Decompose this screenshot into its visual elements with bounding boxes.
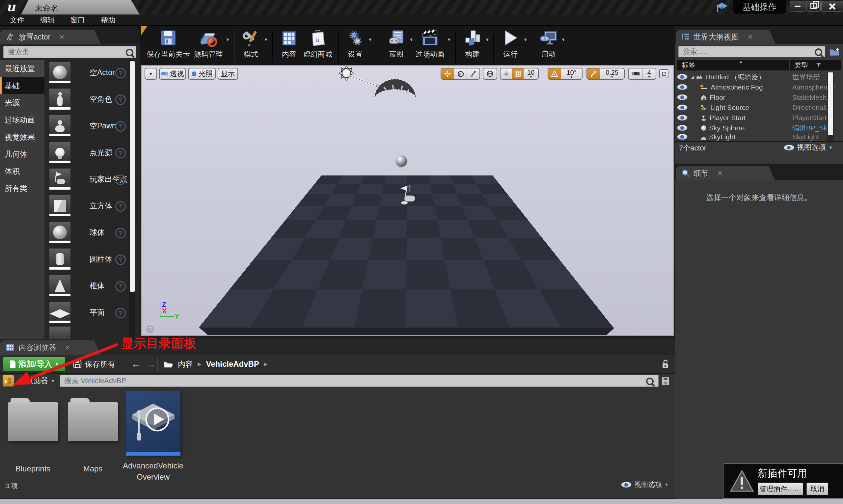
source-control-button[interactable]: 源码管理 (192, 26, 225, 65)
blueprints-dropdown[interactable]: ▼ (409, 37, 414, 42)
manage-plugins-button[interactable]: 管理插件…… (758, 483, 803, 495)
camera-speed-button[interactable] (629, 69, 643, 79)
close-button[interactable] (821, 1, 843, 12)
outliner-row-player-start[interactable]: Player Start PlayerStart (677, 113, 841, 123)
help-icon[interactable]: ? (115, 175, 126, 185)
viewport-help-icon[interactable]: ? (146, 325, 154, 333)
scale-snap-toggle[interactable] (587, 69, 600, 79)
visibility-eye-icon[interactable] (677, 125, 687, 131)
breadcrumb-root[interactable]: 内容 (178, 359, 193, 370)
details-close-icon[interactable]: ✕ (717, 169, 723, 177)
category-basic[interactable]: 基础 (0, 77, 44, 94)
menu-file[interactable]: 文件 (6, 15, 28, 25)
category-geometry[interactable]: 几何体 (0, 145, 44, 163)
breadcrumb-current[interactable]: VehicleAdvBP (206, 359, 259, 369)
marketplace-button[interactable]: u 虚幻商城 (301, 26, 334, 65)
cancel-button[interactable]: 取消 (806, 483, 828, 495)
category-all-classes[interactable]: 所有类 (0, 180, 44, 197)
outliner-row-atmospheric-fog[interactable]: Atmospheric Fog AtmosphericF (677, 82, 841, 92)
list-item-cylinder[interactable]: 圆柱体? (44, 247, 129, 273)
list-item-cone[interactable]: 椎体? (44, 273, 129, 300)
content-button[interactable]: 内容 (277, 26, 301, 65)
column-header-type[interactable]: 类型 (790, 60, 841, 70)
outliner-row-sky-sphere[interactable]: Sky Sphere 编辑BP_Sky (677, 123, 841, 133)
source-control-dropdown[interactable]: ▼ (226, 37, 230, 42)
visibility-eye-icon[interactable] (677, 94, 687, 101)
surface-snap-button[interactable] (501, 69, 512, 79)
category-lights[interactable]: 光源 (0, 94, 44, 111)
save-all-button[interactable]: 保存所有 (73, 357, 115, 371)
rotate-tool-button[interactable] (454, 69, 467, 79)
filters-button[interactable]: 过滤器 ▼ (18, 375, 55, 386)
menu-help[interactable]: 帮助 (97, 15, 119, 25)
new-folder-icon[interactable] (828, 47, 840, 57)
launch-button[interactable]: 启动 (536, 26, 560, 65)
rotation-snap-value-button[interactable]: 10°▼ (561, 69, 582, 79)
asset-advanced-vehicle-overview[interactable] (126, 391, 180, 456)
category-visual-effects[interactable]: 视觉效果 (0, 128, 44, 145)
details-tab[interactable]: i 细节 ✕ (676, 166, 775, 180)
list-item-cube[interactable]: 立方体? (44, 193, 129, 220)
back-button[interactable]: ← (131, 359, 141, 370)
list-item-empty-actor[interactable]: 空Actor? (44, 60, 129, 86)
add-import-button[interactable]: 添加/导入 ▼ (3, 357, 65, 371)
level-tab[interactable]: 未命名 (21, 0, 140, 15)
help-icon[interactable]: ? (115, 148, 126, 158)
outliner-scrollbar[interactable] (827, 72, 834, 143)
outliner-row-world[interactable]: ◢ Untitled （编辑器） 世界场景 (677, 72, 841, 82)
visibility-eye-icon[interactable] (677, 104, 687, 111)
content-search-input[interactable] (60, 375, 659, 387)
cinematics-dropdown[interactable]: ▼ (447, 37, 451, 42)
place-actors-tab[interactable]: 放置actor ✕ (0, 30, 101, 44)
scale-snap-value-button[interactable]: 0.25▼ (600, 69, 624, 79)
expander-icon[interactable]: ◢ (691, 74, 694, 79)
outliner-search-input[interactable] (678, 46, 825, 57)
folder-maps[interactable] (68, 402, 118, 441)
help-icon[interactable]: ? (115, 201, 126, 212)
place-actors-close-icon[interactable]: ✕ (59, 33, 65, 41)
atmospheric-fog-gizmo[interactable] (372, 76, 418, 102)
restore-button[interactable] (806, 1, 821, 12)
list-item-plane[interactable]: 平面? (44, 300, 129, 326)
modes-button[interactable]: 模式 (239, 26, 263, 65)
visibility-eye-icon[interactable] (677, 74, 687, 80)
save-search-icon[interactable] (661, 377, 670, 386)
lit-mode-button[interactable]: 光照 (188, 68, 216, 80)
content-browser-close-icon[interactable]: ✕ (65, 344, 70, 352)
list-item-point-light[interactable]: 点光源? (44, 140, 129, 166)
sky-light-gizmo[interactable] (396, 156, 407, 166)
build-dropdown[interactable]: ▼ (485, 37, 489, 42)
help-icon[interactable]: ? (115, 68, 126, 78)
lock-icon[interactable] (661, 359, 669, 370)
grid-snap-value-button[interactable]: 10▼ (524, 69, 538, 79)
outliner-row-light-source[interactable]: Light Source DirectionalLi (677, 102, 841, 113)
viewport-maximize-button[interactable] (659, 69, 668, 78)
outliner-view-options-button[interactable]: 视图选项 ▼ (784, 143, 833, 152)
help-icon[interactable]: ? (115, 254, 126, 265)
content-browser-tab[interactable]: 内容浏览器 ✕ (0, 340, 101, 355)
category-recent[interactable]: 最近放置 (0, 60, 44, 77)
scrollbar-thumb[interactable] (828, 72, 833, 135)
list-item-player-start[interactable]: 玩家出生点? (44, 166, 129, 193)
place-actors-search-input[interactable] (3, 46, 136, 58)
outliner-row-floor[interactable]: Floor StaticMeshA (677, 92, 841, 102)
list-item-sphere[interactable]: 球体? (44, 220, 129, 246)
player-start-gizmo[interactable] (398, 184, 418, 207)
build-button[interactable]: 构建 (460, 26, 484, 65)
play-button[interactable]: 运行 (498, 26, 523, 65)
settings-dropdown[interactable]: ▼ (368, 37, 373, 42)
category-volumes[interactable]: 体积 (0, 163, 44, 180)
menu-edit[interactable]: 编辑 (37, 15, 58, 25)
camera-speed-value-button[interactable]: 4▼ (643, 69, 656, 79)
launch-dropdown[interactable]: ▼ (561, 37, 566, 42)
world-outliner-tab[interactable]: 世界大纲视图 ✕ (676, 30, 776, 44)
level-viewport[interactable]: Z X Y ? ▼ 透视 光照 显示 (141, 65, 674, 336)
modes-dropdown[interactable]: ▼ (264, 37, 268, 42)
category-cinematic[interactable]: 过场动画 (0, 111, 44, 128)
place-actors-scrollbar[interactable] (129, 60, 135, 339)
list-item-empty-character[interactable]: 空角色? (44, 87, 129, 113)
visibility-eye-icon[interactable] (677, 84, 687, 90)
move-tool-button[interactable] (441, 69, 454, 79)
column-header-label[interactable]: 标签 ▲ (677, 60, 789, 70)
rotation-snap-toggle[interactable] (548, 69, 561, 79)
